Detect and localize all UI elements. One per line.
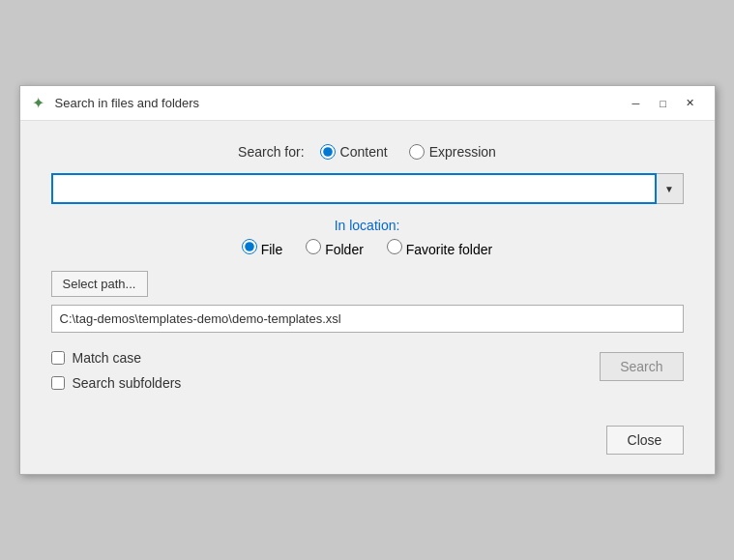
file-option[interactable]: File [242,239,282,257]
match-case-checkbox[interactable] [51,351,65,365]
location-options: File Folder Favorite folder [51,239,684,257]
search-for-options: Content Expression [320,144,496,160]
favorite-folder-radio[interactable] [387,239,402,254]
expression-option[interactable]: Expression [409,144,496,160]
search-subfolders-label: Search subfolders [73,375,182,391]
checkboxes: Match case Search subfolders [51,350,182,391]
search-button[interactable]: Search [600,352,683,381]
select-path-button[interactable]: Select path... [51,271,148,297]
app-icon: ✦ [32,96,47,111]
search-subfolders-option[interactable]: Search subfolders [51,375,182,391]
search-subfolders-checkbox[interactable] [51,376,65,390]
search-dialog: ✦ Search in files and folders ─ □ ✕ Sear… [19,85,716,475]
search-dropdown-button[interactable]: ▼ [657,173,684,204]
title-bar: ✦ Search in files and folders ─ □ ✕ [20,86,715,121]
expression-radio[interactable] [409,144,425,160]
options-row: Match case Search subfolders Search [51,350,684,391]
file-radio[interactable] [242,239,257,254]
expression-label: Expression [429,144,496,160]
favorite-folder-label: Favorite folder [406,242,492,257]
close-window-button[interactable]: ✕ [678,94,703,113]
match-case-option[interactable]: Match case [51,350,182,366]
search-for-row: Search for: Content Expression [51,144,684,160]
select-path-section: Select path... [51,271,684,333]
path-input[interactable] [51,305,684,333]
folder-radio[interactable] [306,239,321,254]
dialog-footer: Close [20,410,715,474]
match-case-label: Match case [73,350,142,366]
content-option[interactable]: Content [320,144,388,160]
maximize-button[interactable]: □ [651,94,676,113]
folder-option[interactable]: Folder [306,239,364,257]
in-location-label: In location: [51,218,684,233]
title-bar-text: Search in files and folders [55,96,624,110]
favorite-folder-option[interactable]: Favorite folder [387,239,492,257]
close-button[interactable]: Close [606,426,684,455]
search-input[interactable] [51,173,657,204]
title-bar-controls: ─ □ ✕ [624,94,703,113]
file-label: File [261,242,283,257]
in-location-section: In location: File Folder Favorite folder [51,218,684,257]
folder-label: Folder [325,242,364,257]
search-input-row: ▼ [51,173,684,204]
content-label: Content [340,144,388,160]
search-for-label: Search for: [238,144,304,160]
content-radio[interactable] [320,144,336,160]
minimize-button[interactable]: ─ [624,94,649,113]
dialog-body: Search for: Content Expression ▼ In loca… [20,121,715,410]
